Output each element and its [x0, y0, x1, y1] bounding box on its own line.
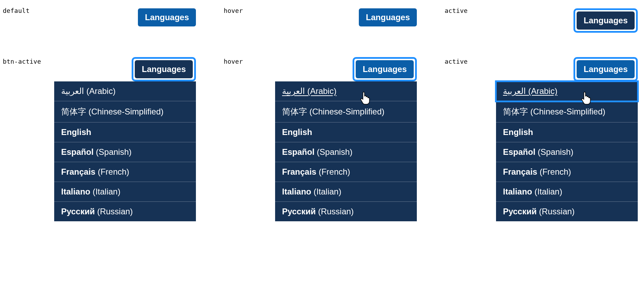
variant-open-item-hover: hover Languages العربية (Arabic)简体字 (Chi…	[224, 57, 417, 221]
focus-ring: Languages	[132, 57, 196, 81]
language-english: (Chinese-Simplified)	[86, 107, 164, 116]
state-label: active	[445, 7, 468, 14]
language-native: Español	[61, 147, 93, 157]
language-english: (Italian)	[311, 187, 341, 196]
language-option[interactable]: العربية (Arabic)	[496, 81, 638, 101]
language-english: (French)	[96, 167, 129, 176]
language-english: (Russian)	[95, 207, 133, 216]
language-option[interactable]: 简体字 (Chinese-Simplified)	[275, 101, 417, 122]
state-label: hover	[224, 7, 243, 14]
language-english: (Arabic)	[84, 86, 116, 96]
variant-open-item-active: active Languages العربية (Arabic)简体字 (Ch…	[445, 57, 638, 221]
languages-button[interactable]: Languages	[135, 60, 193, 78]
language-native: Italiano	[61, 187, 90, 196]
language-english: (Spanish)	[314, 147, 352, 157]
language-native: Español	[282, 147, 314, 157]
language-option[interactable]: Italiano (Italian)	[496, 182, 638, 202]
variant-hover: hover Languages	[224, 6, 417, 33]
variant-default: default Languages	[3, 6, 196, 33]
language-english: (French)	[537, 167, 571, 176]
variant-btn-active-open: btn-active Languages العربية (Arabic)简体字…	[3, 57, 196, 221]
focus-ring: Languages	[573, 8, 638, 33]
language-option[interactable]: Italiano (Italian)	[54, 182, 196, 202]
language-option[interactable]: Русский (Russian)	[54, 202, 196, 221]
languages-dropdown: العربية (Arabic)简体字 (Chinese-Simplified)…	[54, 81, 196, 221]
language-native: Español	[503, 147, 535, 157]
language-english: (Russian)	[537, 207, 575, 216]
language-english: (Chinese-Simplified)	[528, 107, 605, 116]
focus-ring: Languages	[573, 57, 638, 81]
language-english: (Chinese-Simplified)	[307, 107, 385, 116]
language-option[interactable]: English	[275, 122, 417, 142]
state-label: default	[3, 7, 30, 14]
language-option[interactable]: Español (Spanish)	[496, 142, 638, 162]
language-native: العربية	[503, 86, 526, 96]
language-native: 简体字	[282, 107, 307, 116]
language-native: Italiano	[503, 187, 532, 196]
language-option[interactable]: Русский (Russian)	[496, 202, 638, 221]
language-option[interactable]: Español (Spanish)	[275, 142, 417, 162]
language-native: English	[61, 127, 91, 137]
languages-button[interactable]: Languages	[577, 11, 635, 30]
language-option[interactable]: Español (Spanish)	[54, 142, 196, 162]
language-english: (Spanish)	[535, 147, 573, 157]
language-option[interactable]: English	[496, 122, 638, 142]
language-english: (Spanish)	[93, 147, 131, 157]
language-native: العربية	[282, 86, 305, 96]
language-native: Français	[282, 167, 316, 176]
language-option[interactable]: Русский (Russian)	[275, 202, 417, 221]
language-native: Français	[61, 167, 96, 176]
language-native: Français	[503, 167, 537, 176]
language-english: (Italian)	[532, 187, 562, 196]
languages-dropdown: العربية (Arabic)简体字 (Chinese-Simplified)…	[496, 81, 638, 221]
language-option[interactable]: 简体字 (Chinese-Simplified)	[496, 101, 638, 122]
language-option[interactable]: Français (French)	[54, 162, 196, 182]
languages-button[interactable]: Languages	[138, 8, 196, 26]
language-native: English	[282, 127, 312, 137]
language-native: 简体字	[503, 107, 528, 116]
languages-dropdown: العربية (Arabic)简体字 (Chinese-Simplified)…	[275, 81, 417, 221]
language-english: (Russian)	[316, 207, 354, 216]
language-option[interactable]: العربية (Arabic)	[275, 81, 417, 101]
language-native: Italiano	[282, 187, 311, 196]
language-option[interactable]: العربية (Arabic)	[54, 81, 196, 101]
language-native: Русский	[61, 207, 95, 216]
focus-ring: Languages	[353, 57, 417, 81]
language-english: (Arabic)	[526, 86, 558, 96]
language-option[interactable]: Italiano (Italian)	[275, 182, 417, 202]
languages-button[interactable]: Languages	[359, 8, 417, 26]
languages-button[interactable]: Languages	[577, 60, 635, 78]
language-option[interactable]: 简体字 (Chinese-Simplified)	[54, 101, 196, 122]
language-native: 简体字	[61, 107, 86, 116]
language-native: English	[503, 127, 533, 137]
language-english: (Arabic)	[305, 86, 337, 96]
languages-button[interactable]: Languages	[356, 60, 414, 78]
language-option[interactable]: Français (French)	[496, 162, 638, 182]
language-native: Русский	[503, 207, 537, 216]
variant-active: active Languages	[445, 6, 638, 33]
language-native: Русский	[282, 207, 316, 216]
language-option[interactable]: English	[54, 122, 196, 142]
language-option[interactable]: Français (French)	[275, 162, 417, 182]
language-english: (French)	[316, 167, 350, 176]
language-english: (Italian)	[90, 187, 121, 196]
language-native: العربية	[61, 86, 84, 96]
